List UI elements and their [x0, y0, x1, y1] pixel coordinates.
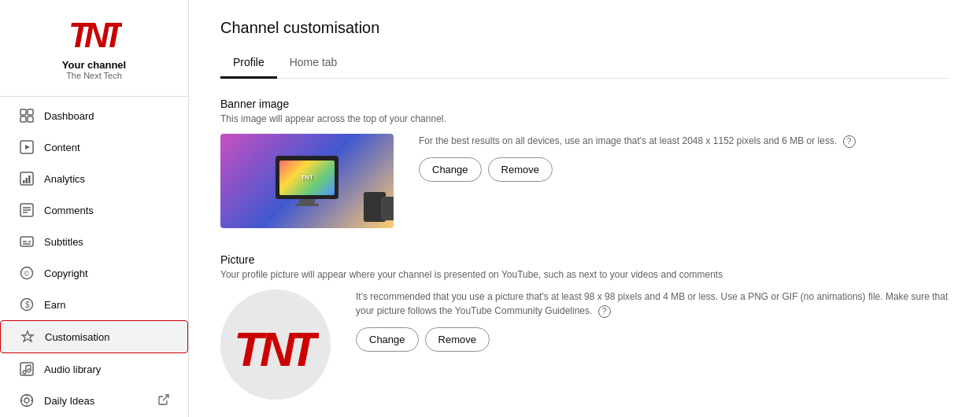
picture-info-text: It's recommended that you use a picture … [356, 290, 949, 318]
main-content: Channel customisation Profile Home tab B… [189, 0, 980, 417]
sidebar-item-comments[interactable]: Comments [0, 194, 188, 226]
svg-rect-4 [28, 109, 33, 115]
svg-line-30 [26, 365, 31, 366]
svg-rect-11 [26, 178, 28, 183]
tnt-profile-svg: T N T [232, 317, 319, 372]
banner-buttons: Change Remove [419, 157, 856, 182]
dashboard-label: Dashboard [44, 110, 94, 122]
channel-logo: T N T [67, 16, 122, 54]
svg-text:$: $ [25, 301, 30, 309]
sidebar-item-dashboard[interactable]: Dashboard [0, 100, 188, 131]
svg-rect-5 [20, 116, 26, 122]
picture-title: Picture [220, 253, 949, 266]
svg-text:T: T [289, 322, 319, 372]
subtitles-icon [19, 234, 35, 249]
picture-desc: Your profile picture will appear where y… [220, 269, 949, 280]
svg-point-32 [24, 398, 29, 403]
picture-change-button[interactable]: Change [356, 327, 419, 352]
svg-rect-6 [28, 116, 33, 122]
svg-rect-12 [28, 175, 31, 183]
audio-icon [19, 361, 35, 377]
sidebar-item-daily-ideas[interactable]: Daily Ideas [0, 385, 188, 416]
external-link-icon [158, 394, 169, 408]
svg-text:T: T [103, 16, 122, 52]
sidebar-item-audio-library[interactable]: Audio library [0, 353, 188, 385]
content-label: Content [44, 142, 80, 153]
svg-marker-8 [25, 145, 30, 149]
banner-monitor: TNT [276, 156, 338, 199]
sidebar: T N T Your channel The Next Tech Dashboa… [0, 0, 189, 417]
sidebar-divider [0, 96, 188, 97]
tab-profile[interactable]: Profile [220, 50, 277, 79]
bar-chart-icon [19, 171, 35, 186]
page-title: Channel customisation [220, 19, 949, 37]
channel-subtitle: The Next Tech [66, 71, 122, 80]
banner-desc: This image will appear across the top of… [220, 113, 949, 124]
banner-remove-button[interactable]: Remove [488, 157, 553, 182]
sidebar-item-analytics[interactable]: Analytics [0, 163, 188, 194]
tnt-logo-svg: T N T [67, 16, 122, 52]
grid-icon [19, 108, 35, 124]
banner-info-area: For the best results on all devices, use… [419, 134, 856, 182]
dollar-icon: $ [19, 297, 35, 312]
daily-ideas-label: Daily Ideas [44, 395, 94, 407]
tab-home[interactable]: Home tab [277, 50, 350, 79]
customisation-icon [20, 329, 35, 345]
picture-preview: T N T [220, 290, 331, 400]
banner-screen: TNT [279, 161, 335, 195]
tabs-bar: Profile Home tab [220, 50, 949, 79]
subtitles-label: Subtitles [44, 236, 83, 248]
banner-title: Banner image [220, 98, 949, 110]
banner-section: Banner image This image will appear acro… [220, 98, 949, 228]
svg-line-37 [163, 395, 168, 400]
banner-info-text: For the best results on all devices, use… [419, 134, 856, 148]
monitor-base [295, 204, 319, 206]
sidebar-item-subtitles[interactable]: Subtitles [0, 226, 188, 257]
picture-info-area: It's recommended that you use a picture … [356, 290, 949, 352]
banner-change-button[interactable]: Change [419, 157, 482, 182]
channel-name: Your channel [62, 59, 126, 71]
copyright-icon: © [19, 265, 35, 281]
sidebar-item-earn[interactable]: $ Earn [0, 289, 188, 320]
svg-rect-3 [20, 109, 26, 115]
picture-buttons: Change Remove [356, 327, 949, 352]
comment-icon [19, 202, 35, 218]
banner-help-icon[interactable]: ? [843, 135, 856, 148]
sidebar-item-content[interactable]: Content [0, 131, 188, 163]
picture-remove-button[interactable]: Remove [425, 327, 490, 352]
earn-label: Earn [44, 299, 65, 311]
sidebar-item-customisation[interactable]: Customisation [0, 320, 188, 353]
sidebar-navigation: Dashboard Content Analytic [0, 100, 188, 416]
sidebar-item-copyright[interactable]: © Copyright [0, 257, 188, 289]
banner-phone [381, 197, 394, 220]
picture-row: T N T It's recommended that you use a pi… [220, 290, 949, 400]
analytics-label: Analytics [44, 173, 85, 185]
comments-label: Comments [44, 205, 94, 216]
banner-preview: TNT [220, 134, 394, 228]
banner-row: TNT For the best results on all devices,… [220, 134, 949, 228]
svg-rect-10 [23, 180, 25, 183]
daily-icon [19, 393, 35, 408]
picture-help-icon[interactable]: ? [598, 305, 611, 318]
copyright-label: Copyright [44, 268, 88, 279]
customisation-label: Customisation [45, 331, 109, 343]
play-icon [19, 139, 35, 155]
audio-library-label: Audio library [44, 363, 101, 375]
svg-text:©: © [24, 270, 30, 278]
picture-section: Picture Your profile picture will appear… [220, 253, 949, 400]
